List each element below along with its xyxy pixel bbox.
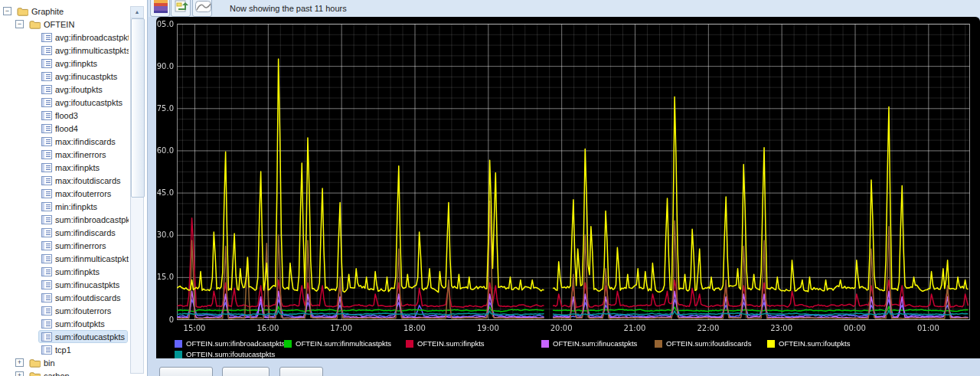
legend-item: OFTEIN.sum:ifinpkts — [406, 339, 485, 348]
tree-item-label: avg:ifoutucastpkts — [55, 98, 122, 107]
tree-item-label: sum:ifoutucastpkts — [55, 332, 125, 342]
folder-icon — [29, 19, 41, 29]
metric-leaf-icon — [41, 33, 52, 42]
footer-button-3[interactable] — [279, 367, 323, 376]
legend-label: OFTEIN.sum:ifoutucastpkts — [186, 350, 275, 358]
tree-item-sum-ifinucastpkts[interactable]: sum:ifinucastpkts — [0, 278, 129, 291]
tree-item-sum-ifindiscards[interactable]: sum:ifindiscards — [0, 226, 129, 239]
tree-item-label: max:ifouterrors — [55, 189, 111, 198]
up-arrow-icon: ▲ — [135, 9, 140, 15]
tree-item-sum-ifoutdiscards[interactable]: sum:ifoutdiscards — [0, 291, 129, 304]
metric-leaf-icon — [41, 137, 52, 146]
tree-item-max-ifoutdiscards[interactable]: max:ifoutdiscards — [0, 174, 129, 187]
tree-item-label: sum:ifoutpkts — [55, 319, 105, 329]
update-graph-button[interactable] — [171, 0, 191, 17]
metric-leaf-icon — [41, 176, 52, 185]
graph-image-button[interactable] — [150, 0, 170, 17]
metric-leaf-icon — [41, 306, 52, 316]
tree-item-avg-ifinucastpkts[interactable]: avg:ifinucastpkts — [0, 70, 129, 83]
expand-icon[interactable]: + — [15, 358, 24, 367]
collapse-icon[interactable]: − — [3, 7, 11, 15]
tree-item-label: flood4 — [55, 124, 78, 133]
tree-item-max-ifindiscards[interactable]: max:ifindiscards — [0, 135, 129, 148]
metric-leaf-icon — [41, 280, 52, 289]
footer-button-2[interactable] — [222, 367, 270, 376]
metric-leaf-icon — [41, 111, 52, 120]
tree-item-bin[interactable]: +bin — [0, 356, 129, 369]
metric-leaf-icon — [41, 59, 52, 68]
scroll-up-button[interactable]: ▲ — [131, 7, 143, 18]
tree-item-label: avg:ifinucastpkts — [55, 72, 117, 81]
legend-item: OFTEIN.sum:ifoutpkts — [767, 339, 850, 348]
tree-item-label: max:ifinpkts — [55, 163, 100, 172]
tree-item-avg-ifinbroadcastpkts[interactable]: avg:ifinbroadcastpkts — [0, 31, 129, 44]
metric-leaf-icon — [41, 345, 52, 355]
tree-item-max-ifinpkts[interactable]: max:ifinpkts — [0, 161, 129, 174]
tree-item-label: sum:ifouterrors — [55, 306, 111, 316]
line-graph-icon — [195, 3, 211, 15]
tree-item-oftein[interactable]: −OFTEIN — [0, 18, 129, 31]
tree-item-sum-ifoutpkts[interactable]: sum:ifoutpkts — [0, 317, 129, 330]
tree-item-min-ifinpkts[interactable]: min:ifinpkts — [0, 200, 129, 213]
tree-item-sum-ifoutucastpkts[interactable]: sum:ifoutucastpkts — [0, 330, 129, 343]
tree-item-label: avg:ifinmulticastpkts — [55, 46, 129, 55]
line-graph-button[interactable] — [192, 0, 212, 17]
metric-leaf-icon — [41, 319, 52, 329]
expand-icon[interactable]: + — [15, 371, 24, 376]
legend-label: OFTEIN.sum:ifinmulticastpkts — [296, 339, 391, 348]
metric-leaf-icon — [41, 189, 52, 198]
metric-leaf-icon — [41, 332, 52, 342]
tree-item-sum-ifinbroadcastpkts[interactable]: sum:ifinbroadcastpkts — [0, 213, 129, 226]
tree-item-label: sum:ifoutdiscards — [55, 293, 121, 302]
tree-item-max-ifouterrors[interactable]: max:ifouterrors — [0, 187, 129, 200]
tree-item-avg-ifoutucastpkts[interactable]: avg:ifoutucastpkts — [0, 96, 129, 109]
tree-item-flood4[interactable]: flood4 — [0, 122, 129, 135]
legend-swatch — [175, 351, 182, 358]
tree-item-avg-ifinpkts[interactable]: avg:ifinpkts — [0, 57, 129, 70]
metric-leaf-icon — [41, 241, 52, 250]
legend-label: OFTEIN.sum:ifinbroadcastpkts — [186, 339, 285, 348]
metric-leaf-icon — [41, 163, 52, 172]
tree-item-label: min:ifinpkts — [55, 202, 97, 211]
tree-item-carbon[interactable]: +carbon — [0, 369, 129, 376]
metric-leaf-icon — [41, 150, 52, 159]
graph-panel: Now showing the past 11 hours OFTEIN.sum… — [149, 0, 980, 376]
timeseries-chart[interactable] — [156, 17, 980, 358]
collapse-icon[interactable]: − — [15, 20, 24, 28]
graphite-app: { "toolbar": { "status_text": "Now showi… — [0, 0, 980, 376]
tree-item-max-ifinerrors[interactable]: max:ifinerrors — [0, 148, 129, 161]
tree-item-label: max:ifinerrors — [55, 150, 106, 159]
tree-item-label: avg:ifinbroadcastpkts — [55, 33, 129, 42]
metric-leaf-icon — [41, 85, 52, 94]
footer-button-1[interactable] — [159, 367, 213, 376]
tree-item-avg-ifinmulticastpkts[interactable]: avg:ifinmulticastpkts — [0, 44, 129, 57]
legend-label: OFTEIN.sum:ifinucastpkts — [553, 339, 637, 348]
metric-leaf-icon — [41, 98, 52, 107]
scrollbar-thumb[interactable] — [131, 18, 145, 198]
tree-item-label: sum:ifinmulticastpkts — [55, 254, 129, 263]
sidebar-scrollbar[interactable]: ▲ — [130, 6, 144, 374]
legend-label: OFTEIN.sum:ifoutdiscards — [666, 339, 751, 348]
legend-item: OFTEIN.sum:ifinmulticastpkts — [284, 339, 391, 348]
tree-item-label: carbon — [44, 371, 70, 376]
metric-tree-sidebar: −Graphite−OFTEINavg:ifinbroadcastpktsavg… — [0, 0, 148, 376]
status-text: Now showing the past 11 hours — [230, 4, 347, 13]
tree-item-label: sum:ifindiscards — [55, 228, 116, 237]
tree-item-graphite[interactable]: −Graphite — [0, 5, 129, 18]
tree-item-sum-ifinmulticastpkts[interactable]: sum:ifinmulticastpkts — [0, 252, 129, 265]
legend-label: OFTEIN.sum:ifoutpkts — [779, 339, 850, 348]
tree-item-avg-ifoutpkts[interactable]: avg:ifoutpkts — [0, 83, 129, 96]
tree-item-sum-ifinpkts[interactable]: sum:ifinpkts — [0, 265, 129, 278]
graph-toolbar: Now showing the past 11 hours — [149, 0, 980, 17]
metric-leaf-icon — [41, 72, 52, 81]
metric-leaf-icon — [41, 254, 52, 263]
legend-item: OFTEIN.sum:ifoutdiscards — [655, 339, 751, 348]
legend-swatch — [284, 340, 292, 348]
tree-item-sum-ifinerrors[interactable]: sum:ifinerrors — [0, 239, 129, 252]
tree-item-tcp1[interactable]: tcp1 — [0, 343, 129, 356]
tree-item-flood3[interactable]: flood3 — [0, 109, 129, 122]
tree-item-sum-ifouterrors[interactable]: sum:ifouterrors — [0, 304, 129, 317]
tree-item-label: flood3 — [55, 111, 78, 120]
footer-bar — [149, 358, 980, 376]
tree-item-label: bin — [44, 358, 55, 368]
